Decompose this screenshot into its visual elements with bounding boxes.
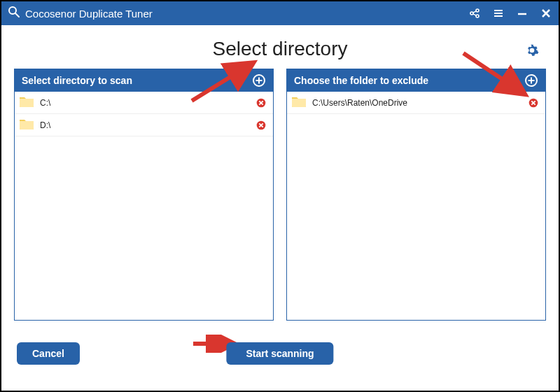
directory-row[interactable]: C:\Users\Raten\OneDrive [287, 92, 545, 114]
window-controls [469, 8, 552, 19]
cancel-button[interactable]: Cancel [17, 342, 80, 365]
page-title: Select directory [14, 38, 546, 60]
add-scan-dir-button[interactable] [252, 74, 266, 88]
folder-icon [19, 95, 34, 110]
add-exclude-dir-button[interactable] [524, 74, 538, 88]
scan-panel-title: Select directory to scan [22, 75, 252, 86]
app-logo-icon [7, 5, 21, 22]
exclude-panel-body: C:\Users\Raten\OneDrive [287, 92, 545, 320]
directory-path: D:\ [40, 120, 256, 130]
directory-path: C:\Users\Raten\OneDrive [312, 98, 528, 108]
svg-point-3 [476, 9, 479, 12]
directory-row[interactable]: C:\ [15, 92, 273, 114]
scan-panel-body: C:\D:\ [15, 92, 273, 320]
svg-line-6 [473, 14, 477, 15]
folder-icon [19, 118, 34, 132]
minimize-icon[interactable] [517, 8, 528, 19]
svg-line-5 [473, 11, 477, 13]
footer-buttons: Cancel Start scanning [14, 339, 546, 368]
exclude-panel-header: Choose the folder to exclude [287, 69, 545, 92]
start-scanning-button[interactable]: Start scanning [226, 342, 333, 365]
directory-path: C:\ [40, 98, 256, 108]
app-title: Cocosenor Duplicate Tuner [25, 8, 469, 20]
remove-dir-button[interactable] [256, 98, 266, 108]
svg-point-2 [470, 12, 473, 15]
svg-point-4 [476, 15, 479, 18]
share-icon[interactable] [469, 8, 480, 19]
settings-gear-icon[interactable] [525, 43, 539, 60]
exclude-panel-title: Choose the folder to exclude [294, 75, 524, 86]
titlebar: Cocosenor Duplicate Tuner [1, 1, 559, 25]
scan-panel-header: Select directory to scan [15, 69, 273, 92]
close-icon[interactable] [540, 8, 552, 19]
content-area: Select directory Select directory to sca… [1, 25, 559, 377]
svg-line-1 [15, 13, 19, 17]
directory-row[interactable]: D:\ [15, 114, 273, 136]
folder-icon [291, 95, 307, 110]
scan-panel: Select directory to scan C:\D:\ [14, 69, 274, 321]
menu-icon[interactable] [493, 8, 504, 19]
exclude-panel: Choose the folder to exclude C:\Users\Ra… [286, 69, 546, 321]
remove-dir-button[interactable] [528, 98, 538, 108]
remove-dir-button[interactable] [256, 120, 266, 130]
